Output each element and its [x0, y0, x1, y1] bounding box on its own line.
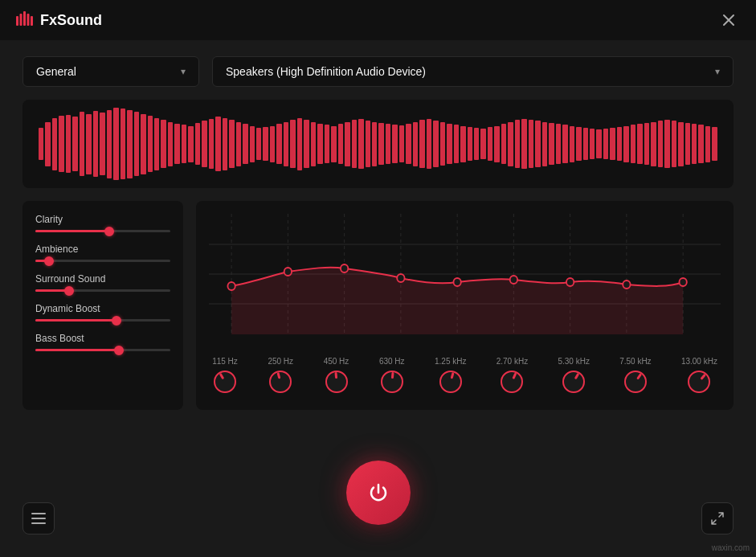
waveform-bar [529, 120, 533, 168]
eq-knob[interactable] [268, 369, 293, 395]
waveform-bar [263, 127, 268, 161]
waveform-bar [440, 122, 445, 166]
svg-point-42 [689, 371, 709, 392]
waveform-bar [698, 125, 703, 163]
ambience-slider[interactable] [35, 260, 170, 262]
ambience-control: Ambience [35, 244, 170, 262]
svg-point-24 [623, 281, 630, 289]
waveform-bar [427, 119, 431, 169]
surround-sound-slider[interactable] [35, 289, 170, 292]
eq-knob[interactable] [324, 369, 349, 395]
svg-rect-4 [31, 16, 33, 26]
waveform-bar [236, 122, 241, 166]
waveform-bar [174, 124, 179, 164]
waveform-bar [372, 122, 377, 166]
waveform-bar [311, 122, 316, 166]
waveform-bar [658, 121, 663, 167]
waveform-bar [127, 110, 132, 178]
waveform-bar [317, 124, 322, 164]
eq-knob[interactable] [438, 369, 464, 395]
eq-knob[interactable] [623, 369, 648, 395]
waveform-bar [358, 119, 363, 169]
menu-icon-2 [31, 518, 46, 519]
waveform-bar [644, 123, 649, 165]
waveform-bar [637, 124, 642, 164]
bottom-panel: Clarity Ambience Surround Sound [22, 201, 734, 410]
device-dropdown-label: Speakers (High Definition Audio Device) [226, 65, 426, 78]
menu-icon [31, 513, 46, 514]
waveform-bar [501, 124, 506, 164]
waveform-bar [447, 124, 452, 164]
dropdowns-row: General ▾ Speakers (High Definition Audi… [22, 56, 734, 87]
waveform-bar [692, 124, 697, 164]
waveform-bar [134, 112, 139, 176]
waveform-bar [182, 125, 186, 163]
bass-boost-control: Bass Boost [35, 333, 170, 351]
general-dropdown[interactable]: General ▾ [22, 56, 199, 87]
waveform-bar [378, 123, 383, 165]
waveform-bar [72, 117, 77, 171]
waveform-bar [413, 122, 418, 166]
menu-button[interactable] [22, 502, 55, 534]
eq-knob[interactable] [499, 369, 525, 395]
eq-knob[interactable] [379, 369, 405, 395]
collapse-button[interactable] [701, 502, 734, 534]
waveform-bar [202, 121, 206, 167]
eq-freq-label: 1.25 kHz [435, 357, 466, 366]
surround-sound-control: Surround Sound [35, 273, 170, 292]
waveform-display [22, 100, 734, 188]
close-button[interactable] [717, 9, 740, 31]
waveform-bar [590, 129, 595, 159]
svg-point-18 [284, 268, 292, 276]
power-button[interactable] [346, 461, 411, 525]
eq-freq-label: 2.70 kHz [497, 357, 528, 366]
clarity-slider[interactable] [35, 230, 170, 232]
waveform-bar [596, 129, 601, 158]
waveform-bar [678, 122, 683, 166]
waveform-bar [433, 121, 438, 167]
bass-boost-label: Bass Boost [35, 333, 170, 344]
eq-freq-col: 7.50 kHz [619, 357, 651, 395]
logo-icon [16, 11, 34, 30]
eq-freq-label: 5.30 kHz [558, 357, 589, 366]
waveform-bar [148, 116, 153, 172]
dynamic-boost-slider[interactable] [35, 319, 170, 322]
eq-knob[interactable] [686, 369, 712, 395]
waveform-bar [583, 128, 588, 160]
waveform-bar [215, 117, 220, 171]
waveform-bar [59, 116, 63, 172]
waveform-bar [474, 128, 479, 160]
logo-text: FxSound [40, 12, 102, 29]
eq-knob[interactable] [212, 369, 238, 395]
svg-point-34 [440, 371, 461, 392]
eq-freq-col: 1.25 kHz [435, 357, 466, 395]
waveform-bar [338, 124, 343, 164]
waveform-bar [304, 120, 309, 168]
waveform-bar [86, 114, 91, 174]
device-dropdown[interactable]: Speakers (High Definition Audio Device) … [212, 56, 734, 87]
waveform-bar [617, 127, 622, 161]
waveform-bar [549, 123, 554, 165]
eq-freq-col: 450 Hz [324, 357, 349, 395]
waveform-bar [521, 119, 526, 169]
waveform-bar [460, 126, 465, 162]
eq-panel: 115 Hz250 Hz450 Hz630 Hz1.25 kHz2.70 kHz… [196, 201, 734, 410]
eq-freq-label: 115 Hz [212, 357, 238, 366]
left-controls: Clarity Ambience Surround Sound [22, 201, 183, 410]
waveform-bar [93, 111, 98, 177]
waveform-bar [664, 120, 669, 168]
svg-point-25 [679, 278, 686, 286]
waveform-bar [392, 125, 397, 163]
eq-curve-svg [209, 214, 721, 350]
svg-point-17 [227, 282, 235, 290]
waveform-bar [154, 118, 159, 170]
waveform-bar [243, 124, 247, 164]
waveform-bar [188, 126, 193, 162]
waveform-bar [223, 118, 227, 170]
power-area [346, 461, 411, 525]
eq-freq-label: 7.50 kHz [619, 357, 651, 366]
waveform-bar [113, 108, 118, 180]
bass-boost-slider[interactable] [35, 349, 170, 351]
header: FxSound [0, 0, 756, 40]
eq-knob[interactable] [561, 369, 586, 395]
